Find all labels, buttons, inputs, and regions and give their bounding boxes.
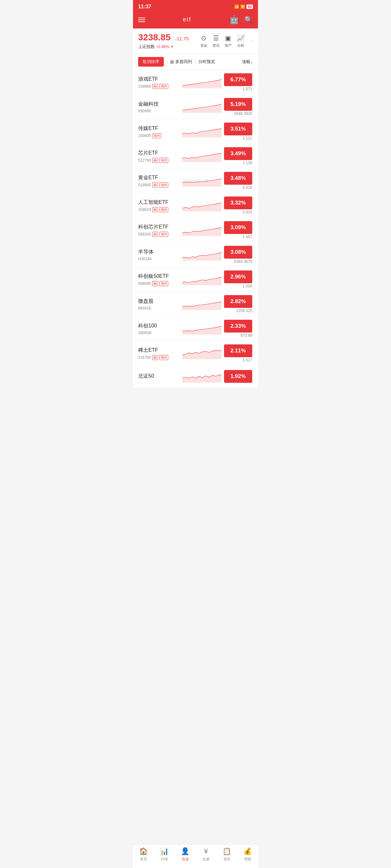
tool-funds[interactable]: ⊙ 资金 — [200, 34, 207, 48]
stock-code-row: 512760 融场内 — [138, 158, 180, 163]
stock-price-change: 1.92% — [224, 370, 253, 383]
robot-button[interactable]: 🤖 — [229, 15, 239, 25]
nav-bar: etf 🤖 🔍 — [133, 12, 258, 29]
index-arrow: ▼ — [170, 45, 174, 48]
search-button[interactable]: 🔍 — [244, 16, 253, 24]
stock-tag: 融 — [152, 84, 158, 89]
stock-tag: 场内 — [159, 281, 168, 286]
stock-price-change: 2.96% 1.009 — [224, 271, 253, 288]
stock-price-change: 2.11% 1.017 — [224, 344, 253, 362]
multi-stock-button[interactable]: ⊞ 多股同列 — [170, 59, 192, 65]
stock-info: 稀土ETF 516780 融场内 — [138, 347, 180, 360]
stock-tag: 融 — [152, 182, 158, 188]
stock-list-container: 游戏ETF 159869 融场内 6.77% 1.073 金融科技 930986 — [133, 70, 258, 410]
stock-price-change: 2.33% 973.89 — [224, 320, 253, 338]
stock-price: 6.418 — [224, 185, 253, 190]
stock-price: 1.121 — [224, 136, 253, 141]
change-badge: 6.77% — [224, 73, 252, 86]
change-badge: 3.09% — [224, 221, 252, 234]
stock-info: 科创100 1B0698 — [138, 322, 180, 335]
status-icons: 📶 🛜 63 — [234, 4, 253, 9]
stock-info: 黄金ETF 518880 融场内 — [138, 175, 180, 188]
stock-name: 芯片ETF — [138, 150, 180, 156]
analysis-label: 分析 — [237, 43, 244, 48]
tool-assets[interactable]: ▣ 资产 — [225, 34, 232, 48]
time-preview-button[interactable]: 分时预览 — [198, 59, 215, 65]
stock-info: 传媒ETF 159805 场内 — [138, 125, 180, 138]
stock-item[interactable]: 科创芯片ETF 588200 融场内 3.09% 1.467 — [133, 218, 258, 243]
stock-item[interactable]: 人工智能ETF 159819 融场内 3.32% 0.933 — [133, 193, 258, 218]
stock-item[interactable]: 游戏ETF 159869 融场内 6.77% 1.073 — [133, 70, 258, 95]
market-tools: ⊙ 资金 ☰ 资讯 ▣ 资产 📈 分析 › — [200, 34, 253, 48]
stock-tag: 融 — [152, 232, 158, 237]
tool-news[interactable]: ☰ 资讯 — [213, 34, 220, 48]
stock-item[interactable]: 科创板50ETF 588080 融场内 2.96% 1.009 — [133, 267, 258, 292]
funds-label: 资金 — [200, 43, 207, 48]
menu-button[interactable] — [138, 18, 145, 22]
change-badge: 2.82% — [224, 295, 252, 308]
sort-by[interactable]: 涨幅 ↓ — [242, 59, 253, 65]
stock-item[interactable]: 芯片ETF 512760 融场内 3.49% 1.126 — [133, 144, 258, 169]
tools-expand-arrow[interactable]: › — [251, 38, 253, 44]
assets-label: 资产 — [225, 43, 232, 48]
wifi-icon: 🛜 — [240, 4, 245, 9]
change-badge: 3.08% — [224, 246, 252, 258]
stock-info: 科创芯片ETF 588200 融场内 — [138, 224, 180, 237]
stock-item[interactable]: 黄金ETF 518880 融场内 3.48% 6.418 @我不想买白酒 — [133, 169, 258, 193]
change-badge: 1.92% — [224, 370, 252, 383]
change-badge: 5.19% — [224, 98, 252, 111]
stock-name: 科创100 — [138, 322, 180, 329]
stock-tag: 场内 — [159, 355, 168, 360]
stock-item[interactable]: 微盘股 883418 2.82% 1208.025 — [133, 292, 258, 316]
stock-tag: 融 — [152, 158, 158, 163]
stock-tag: 融 — [152, 281, 158, 286]
stock-price: 1.073 — [224, 87, 253, 91]
stock-tag: 融 — [152, 355, 158, 360]
stock-name: 微盘股 — [138, 298, 180, 305]
stock-name: 传媒ETF — [138, 125, 180, 132]
change-badge: 2.11% — [224, 344, 252, 357]
stock-code: 1B0698 — [138, 331, 151, 335]
stock-price-change: 3.48% 6.418 — [224, 172, 253, 190]
stock-info: 人工智能ETF 159819 融场内 — [138, 199, 180, 212]
stock-code: 518880 — [138, 183, 151, 187]
cancel-sort-button[interactable]: 取消排序 — [138, 57, 164, 67]
news-tool-label: 资讯 — [213, 43, 220, 48]
stock-tag: 场内 — [159, 182, 168, 188]
status-bar: 11:37 📶 🛜 63 — [133, 0, 258, 12]
funds-icon: ⊙ — [201, 34, 206, 42]
stock-item[interactable]: 北证50 1.92% — [133, 366, 258, 388]
stock-code-row: 518880 融场内 — [138, 182, 180, 188]
stock-price: 1.017 — [224, 358, 253, 362]
market-overview: 3238.85 -11.75 上证指数 -0.36% ▼ ⊙ 资金 ☰ 资讯 ▣… — [133, 29, 258, 54]
filter-bar: 取消排序 | ⊞ 多股同列 | 分时预览 涨幅 ↓ — [133, 54, 258, 70]
stock-price-change: 3.32% 0.933 — [224, 196, 253, 214]
tool-analysis[interactable]: 📈 分析 — [237, 34, 245, 48]
stock-price-change: 2.82% 1208.025 — [224, 295, 253, 313]
stock-code: 930986 — [138, 109, 151, 113]
stock-price: 2640.3925 — [224, 112, 253, 116]
stock-name: 北证50 — [138, 373, 180, 380]
news-tool-icon: ☰ — [213, 34, 219, 42]
stock-price: 1208.025 — [224, 309, 253, 313]
stock-code-row: 1B0698 — [138, 331, 180, 335]
stock-item[interactable]: 传媒ETF 159805 场内 3.51% 1.121 — [133, 119, 258, 144]
stock-name: 稀土ETF — [138, 347, 180, 354]
stock-item[interactable]: 科创100 1B0698 2.33% 973.89 — [133, 316, 258, 341]
stock-code-row: 930986 — [138, 109, 180, 113]
stock-item[interactable]: 半导体 H30184 3.08% 6384.3679 — [133, 243, 258, 267]
stock-price-change: 3.51% 1.121 — [224, 123, 253, 141]
stock-chart — [183, 369, 221, 384]
stock-price: 1.126 — [224, 161, 253, 165]
stock-info: 北证50 — [138, 373, 180, 381]
stock-tag: 场内 — [159, 84, 168, 89]
stock-item[interactable]: 稀土ETF 516780 融场内 2.11% 1.017 — [133, 341, 258, 366]
page-title: etf — [183, 16, 191, 23]
index-pct: -0.36% — [156, 44, 169, 49]
stock-info: 金融科技 930986 — [138, 101, 180, 113]
stock-price: 6384.3679 — [224, 259, 253, 264]
stock-item[interactable]: 金融科技 930986 5.19% 2640.3925 — [133, 95, 258, 119]
change-badge: 3.48% — [224, 172, 252, 185]
stock-code-row: 588080 融场内 — [138, 281, 180, 286]
stock-code-row: 516780 融场内 — [138, 355, 180, 360]
